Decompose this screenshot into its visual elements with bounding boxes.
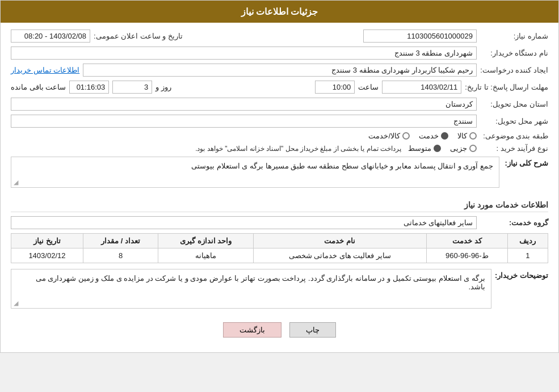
category-option-kala-khedmat[interactable]: کالا/خدمت bbox=[368, 132, 410, 140]
cell-code: ط-96-96-960 bbox=[426, 248, 507, 263]
buyer-desc-text: برگه ی استعلام بیوستی تکمیل و در سامانه … bbox=[36, 274, 486, 291]
col-quantity: تعداد / مقدار bbox=[83, 234, 158, 248]
purchase-type-jozi[interactable]: جزیی bbox=[450, 144, 477, 153]
cell-unit: ماهیانه bbox=[158, 248, 253, 263]
request-number-value: 1103005601000029 bbox=[363, 29, 477, 43]
province-label: استان محل تحویل: bbox=[480, 100, 548, 108]
purchase-radio-jozi bbox=[469, 145, 477, 152]
cell-date: 1403/02/12 bbox=[11, 248, 83, 263]
buyer-desc-box: برگه ی استعلام بیوستی تکمیل و در سامانه … bbox=[11, 269, 491, 309]
resize-handle-desc: ◢ bbox=[14, 179, 18, 186]
deadline-days-label: روز و bbox=[155, 83, 171, 91]
category-radio-group: کالا خدمت کالا/خدمت bbox=[368, 132, 477, 140]
org-name-row: نام دستگاه خریدار: شهرداری منطقه 3 سنندج bbox=[11, 47, 548, 60]
description-text: جمع آوری و انتقال پسماند معابر و خیابانه… bbox=[191, 162, 493, 170]
description-label: شرح کلی نیاز: bbox=[503, 157, 548, 167]
buyer-desc-row: توضیحات خریدار: برگه ی استعلام بیوستی تک… bbox=[11, 269, 548, 314]
col-unit: واحد اندازه گیری bbox=[158, 234, 253, 248]
back-button[interactable]: بازگشت bbox=[223, 322, 281, 338]
deadline-days: 3 bbox=[112, 81, 152, 94]
col-code: کد خدمت bbox=[426, 234, 507, 248]
deadline-time: 10:00 bbox=[315, 81, 355, 94]
table-row: 1 ط-96-96-960 سایر فعالیت های خدماتی شخص… bbox=[11, 248, 548, 263]
services-section-title: اطلاعات خدمات مورد نیاز bbox=[11, 200, 548, 212]
description-box: جمع آوری و انتقال پسماند معابر و خیابانه… bbox=[11, 157, 499, 188]
col-name: نام خدمت bbox=[253, 234, 426, 248]
org-name-value: شهرداری منطقه 3 سنندج bbox=[11, 47, 477, 60]
page-wrapper: جزئیات اطلاعات نیاز شماره نیاز: 11030056… bbox=[0, 0, 559, 353]
creator-row: ایجاد کننده درخواست: رحیم شکیبا کاربردار… bbox=[11, 64, 548, 77]
purchase-type-row: نوع فرآیند خرید : جزیی متوسط پرداخت تمام… bbox=[11, 144, 548, 153]
send-date-label: مهلت ارسال پاسخ: تا تاریخ: bbox=[465, 83, 548, 91]
page-title: جزئیات اطلاعات نیاز bbox=[241, 7, 318, 16]
description-row: شرح کلی نیاز: جمع آوری و انتقال پسماند م… bbox=[11, 157, 548, 193]
category-radio-khedmat bbox=[441, 132, 448, 140]
print-button[interactable]: چاپ bbox=[289, 322, 336, 338]
purchase-radio-motavasset bbox=[434, 145, 441, 152]
org-name-label: نام دستگاه خریدار: bbox=[480, 49, 548, 57]
creator-contact-link[interactable]: اطلاعات تماس خریدار bbox=[11, 66, 79, 74]
province-value: کردستان bbox=[11, 98, 477, 111]
category-option-khedmat[interactable]: خدمت bbox=[419, 132, 448, 140]
request-number-label: شماره نیاز: bbox=[480, 32, 548, 40]
cell-name: سایر فعالیت های خدماتی شخصی bbox=[253, 248, 426, 263]
buyer-desc-label: توضیحات خریدار: bbox=[495, 269, 548, 280]
content-area: شماره نیاز: 1103005601000029 تاریخ و ساع… bbox=[1, 23, 558, 352]
purchase-type-label: نوع فرآیند خرید : bbox=[480, 144, 548, 153]
cell-row: 1 bbox=[507, 248, 548, 263]
province-row: استان محل تحویل: کردستان bbox=[11, 98, 548, 111]
col-date: تاریخ نیاز bbox=[11, 234, 83, 248]
purchase-type-note: پرداخت تمام یا بخشی از مبلغ خریداز محل "… bbox=[195, 145, 401, 153]
resize-handle-buyer: ◢ bbox=[14, 300, 18, 307]
creator-label: ایجاد کننده درخواست: bbox=[480, 66, 548, 74]
category-option-kala[interactable]: کالا bbox=[457, 132, 477, 140]
category-row: طبقه بندی موضوعی: کالا خدمت کالا/خدمت bbox=[11, 132, 548, 140]
deadline-time-label: ساعت bbox=[358, 83, 379, 91]
purchase-type-radio-group: جزیی متوسط bbox=[408, 144, 477, 153]
category-radio-kala bbox=[469, 132, 477, 140]
purchase-type-motavasset[interactable]: متوسط bbox=[408, 144, 441, 153]
city-value: سنندج bbox=[11, 115, 477, 128]
service-group-row: گروه خدمت: سایر فعالیتهای خدماتی bbox=[11, 216, 548, 229]
creator-value: رحیم شکیبا کاربردار شهرداری منطقه 3 سنند… bbox=[83, 64, 477, 77]
cell-quantity: 8 bbox=[83, 248, 158, 263]
request-number-row: شماره نیاز: 1103005601000029 تاریخ و ساع… bbox=[11, 29, 548, 43]
button-row: چاپ بازگشت bbox=[11, 322, 548, 345]
table-header-row: ردیف کد خدمت نام خدمت واحد اندازه گیری ت… bbox=[11, 234, 548, 248]
send-date-row: مهلت ارسال پاسخ: تا تاریخ: 1403/02/11 سا… bbox=[11, 81, 548, 94]
city-row: شهر محل تحویل: سنندج bbox=[11, 115, 548, 128]
remaining-time: 01:16:03 bbox=[69, 81, 109, 94]
service-group-value: سایر فعالیتهای خدماتی bbox=[11, 216, 477, 229]
col-row: ردیف bbox=[507, 234, 548, 248]
remaining-label: ساعت باقی مانده bbox=[11, 83, 66, 91]
service-table: ردیف کد خدمت نام خدمت واحد اندازه گیری ت… bbox=[11, 233, 548, 263]
deadline-date: 1403/02/11 bbox=[382, 81, 461, 94]
category-radio-kala-khedmat bbox=[402, 132, 410, 140]
announce-date-value: 1403/02/08 - 08:20 bbox=[11, 29, 90, 43]
city-label: شهر محل تحویل: bbox=[480, 117, 548, 125]
service-group-label: گروه خدمت: bbox=[480, 218, 548, 227]
announce-date-label: تاریخ و ساعت اعلان عمومی: bbox=[94, 32, 183, 40]
page-header: جزئیات اطلاعات نیاز bbox=[1, 1, 558, 23]
category-label: طبقه بندی موضوعی: bbox=[480, 132, 548, 140]
